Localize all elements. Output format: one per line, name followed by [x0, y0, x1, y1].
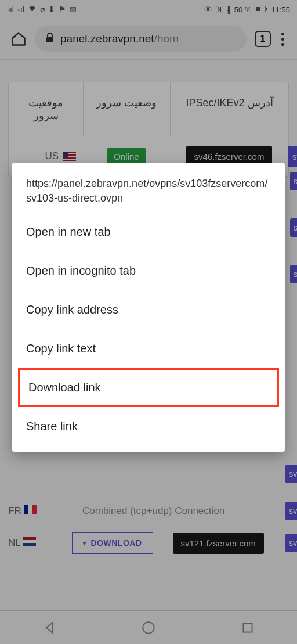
menu-open-incognito[interactable]: Open in incognito tab — [12, 251, 285, 290]
menu-download-link[interactable]: Download link — [18, 368, 279, 407]
menu-copy-link-text[interactable]: Copy link text — [12, 329, 285, 368]
context-menu-url: https://panel.zebravpn.net/ovpns/sv103fz… — [12, 163, 285, 213]
menu-share-link[interactable]: Share link — [12, 407, 285, 446]
context-menu: https://panel.zebravpn.net/ovpns/sv103fz… — [12, 163, 285, 452]
menu-open-new-tab[interactable]: Open in new tab — [12, 213, 285, 251]
menu-copy-link-address[interactable]: Copy link address — [12, 290, 285, 329]
